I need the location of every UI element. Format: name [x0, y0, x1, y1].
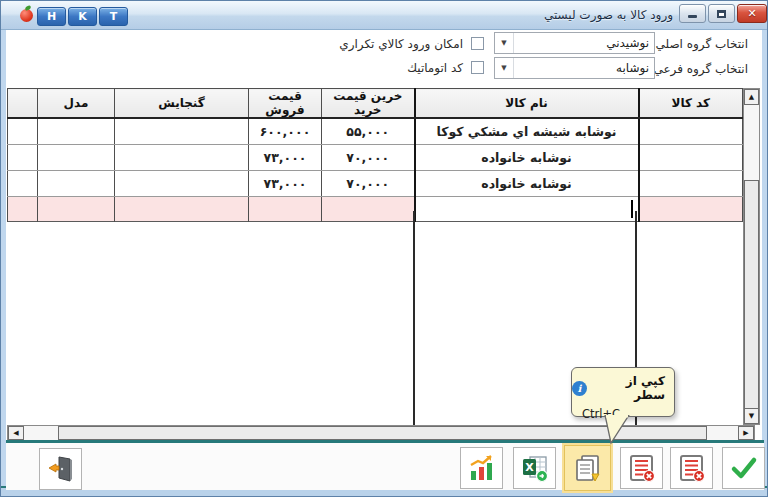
cell-buy-price[interactable]: ۵۵,۰۰۰ — [322, 118, 415, 145]
cell-model[interactable] — [38, 171, 115, 197]
window-border-left — [1, 29, 6, 496]
svg-text:X: X — [525, 461, 534, 474]
row-indicator — [8, 145, 38, 171]
allow-duplicate-checkbox[interactable] — [471, 37, 484, 50]
close-button[interactable]: ✕ — [737, 4, 767, 23]
cell-sell-price[interactable]: ۷۳,۰۰۰ — [249, 145, 322, 171]
maximize-button[interactable] — [708, 4, 735, 23]
exit-door-icon — [46, 454, 76, 484]
cell-buy-price[interactable]: ۷۰,۰۰۰ — [322, 145, 415, 171]
column-header-model[interactable]: مدل — [38, 89, 115, 119]
close-icon: ✕ — [747, 7, 756, 20]
copy-row-tooltip: کپي از سطر i Ctrl+C — [571, 367, 675, 417]
delete-all-rows-button[interactable] — [670, 447, 713, 489]
main-group-combobox[interactable]: ▼ نوشیدني — [494, 32, 655, 54]
cell-capacity[interactable] — [115, 145, 249, 171]
new-entry-row — [8, 197, 743, 222]
export-excel-button[interactable]: X — [513, 447, 556, 489]
main-group-value: نوشیدني — [606, 36, 649, 50]
quick-button-t[interactable]: T — [99, 7, 128, 26]
quick-button-k[interactable]: K — [68, 7, 97, 26]
cell-model[interactable] — [38, 145, 115, 171]
scroll-left-button[interactable]: ◀ — [8, 426, 24, 440]
cell-name[interactable]: نوشابه خانواده — [415, 171, 639, 197]
cell-buy-price[interactable]: ۷۰,۰۰۰ — [322, 171, 415, 197]
column-header-code[interactable]: کد کالا — [639, 89, 743, 119]
cell-code[interactable] — [639, 171, 743, 197]
text-caret — [631, 200, 633, 218]
chevron-down-icon[interactable]: ▼ — [495, 58, 514, 78]
horizontal-scrollbar[interactable]: ◀ ▶ — [7, 425, 755, 441]
quick-button-h[interactable]: H — [37, 7, 66, 26]
grid-header-row: کد کالا نام کالا خرین قیمت خرید قیمت فرو… — [8, 89, 743, 119]
auto-code-checkbox[interactable] — [471, 61, 484, 74]
allow-duplicate-label: امکان ورود کالاي تکراري — [339, 37, 463, 51]
auto-code-label: کد اتوماتيك — [407, 61, 463, 75]
focused-column-line — [413, 211, 415, 425]
vertical-scrollbar-thumb[interactable] — [744, 180, 759, 410]
scroll-left-icon: ◀ — [13, 429, 18, 437]
exit-button[interactable] — [39, 448, 82, 490]
row-indicator-header — [8, 89, 38, 119]
sub-group-combobox[interactable]: ▼ نوشابه — [494, 57, 655, 79]
column-header-capacity[interactable]: گنجایش — [115, 89, 249, 119]
scroll-down-icon: ▼ — [749, 412, 754, 420]
info-icon: i — [572, 381, 587, 396]
scroll-down-button[interactable]: ▼ — [744, 408, 759, 424]
minimize-button[interactable] — [679, 4, 706, 23]
copy-row-icon — [572, 452, 604, 484]
table-row: نوشابه خانواده ۷۰,۰۰۰ ۷۳,۰۰۰ — [8, 145, 743, 171]
scroll-right-icon: ▶ — [743, 429, 748, 437]
cell-code[interactable] — [639, 118, 743, 145]
delete-row-icon — [627, 453, 657, 483]
chevron-down-icon[interactable]: ▼ — [495, 33, 514, 53]
cell-model[interactable] — [38, 118, 115, 145]
app-tomato-icon — [20, 9, 33, 22]
column-header-last-buy-price[interactable]: خرین قیمت خرید — [322, 89, 415, 119]
main-group-label: انتخاب گروه اصلي — [655, 37, 748, 51]
cell-capacity[interactable] — [115, 118, 249, 145]
scroll-right-button[interactable]: ▶ — [738, 426, 754, 440]
row-indicator — [8, 197, 38, 222]
sub-group-value: نوشابه — [616, 61, 649, 75]
confirm-check-icon — [729, 453, 759, 483]
cell-name[interactable]: نوشابه خانواده — [415, 145, 639, 171]
delete-row-button[interactable] — [620, 447, 663, 489]
cell-sell-price[interactable]: ۷۳,۰۰۰ — [249, 171, 322, 197]
cell-capacity[interactable] — [115, 171, 249, 197]
column-header-sell-price[interactable]: قیمت فروش — [249, 89, 322, 119]
cell-model[interactable] — [38, 197, 115, 222]
scroll-up-icon: ▲ — [749, 93, 754, 101]
titlebar: H K T ورود کالا به صورت لیستي ✕ — [1, 1, 767, 30]
minimize-icon — [688, 15, 697, 18]
cell-sell-price[interactable]: ۶۰۰,۰۰۰ — [249, 118, 322, 145]
window-border-right — [762, 29, 767, 496]
copy-row-button[interactable] — [564, 445, 611, 491]
table-row: نوشابه خانواده ۷۰,۰۰۰ ۷۳,۰۰۰ — [8, 171, 743, 197]
cell-name-editing[interactable] — [415, 197, 639, 222]
cell-sell-price[interactable] — [249, 197, 322, 222]
chart-button[interactable] — [460, 447, 503, 489]
tooltip-title: کپي از سطر — [593, 374, 665, 402]
window: H K T ورود کالا به صورت لیستي ✕ انتخاب گ… — [0, 0, 768, 497]
maximize-icon — [717, 10, 726, 18]
bar-chart-icon — [467, 453, 497, 483]
cell-buy-price[interactable] — [322, 197, 415, 222]
cell-capacity[interactable] — [115, 197, 249, 222]
items-grid: کد کالا نام کالا خرین قیمت خرید قیمت فرو… — [7, 88, 743, 222]
sub-group-label: انتخاب گروه فرعي — [653, 62, 748, 76]
cell-name[interactable]: نوشابه شیشه اي مشکي کوکا — [415, 118, 639, 145]
row-indicator — [8, 118, 38, 145]
tooltip-tail — [597, 415, 633, 445]
cell-code[interactable] — [639, 197, 743, 222]
confirm-button[interactable] — [722, 447, 765, 489]
table-row: نوشابه شیشه اي مشکي کوکا ۵۵,۰۰۰ ۶۰۰,۰۰۰ — [8, 118, 743, 145]
scroll-up-button[interactable]: ▲ — [744, 89, 759, 105]
row-indicator — [8, 171, 38, 197]
delete-all-rows-icon — [677, 453, 707, 483]
window-title: ورود کالا به صورت لیستي — [544, 8, 673, 22]
column-header-name[interactable]: نام کالا — [415, 89, 639, 119]
cell-code[interactable] — [639, 145, 743, 171]
excel-icon: X — [520, 453, 550, 483]
vertical-scrollbar[interactable]: ▲ ▼ — [743, 88, 760, 425]
